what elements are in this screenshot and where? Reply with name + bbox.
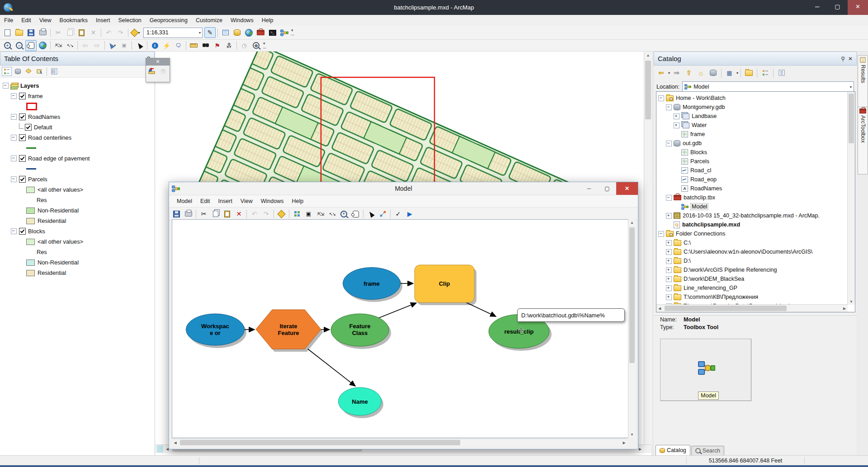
up-one-level-icon[interactable]: ⇧ — [683, 67, 694, 78]
tree-item-mxd[interactable]: Q batchclipsample.mxd — [658, 220, 855, 229]
close-icon[interactable]: ✕ — [848, 56, 853, 62]
tree-horizontal-scrollbar[interactable]: ◀ ▶ — [656, 304, 848, 312]
tree-item-out-gdb[interactable]: out.gdb — [658, 139, 855, 148]
redo-icon[interactable]: ↷ — [115, 27, 126, 38]
tree-item-parcels[interactable]: Parcels — [658, 157, 855, 166]
select-icon[interactable] — [365, 208, 377, 219]
collapse-icon[interactable] — [658, 95, 664, 101]
scroll-down-icon[interactable]: ▼ — [628, 431, 636, 438]
chevron-down-icon[interactable]: ▾ — [199, 31, 201, 35]
model-vertical-scrollbar[interactable]: ▲ ▼ — [628, 219, 636, 438]
select-elements-icon[interactable] — [134, 40, 145, 51]
tree-item-batchclip-tbx[interactable]: batchclip.tbx — [658, 193, 855, 202]
pan-icon[interactable] — [350, 208, 361, 219]
collapse-icon[interactable] — [3, 83, 9, 89]
delete-icon[interactable]: ✕ — [88, 27, 99, 38]
expand-icon[interactable] — [666, 276, 672, 282]
sublayer-row-default[interactable]: Default — [3, 122, 155, 132]
python-window-icon[interactable]: >_ — [267, 27, 278, 38]
layer-checkbox[interactable] — [19, 93, 26, 99]
layer-checkbox[interactable] — [19, 176, 26, 183]
expand-icon[interactable] — [666, 249, 672, 255]
find-route-icon[interactable]: ⚑ — [212, 40, 223, 51]
measure-icon[interactable] — [188, 40, 199, 51]
new-document-icon[interactable] — [2, 27, 13, 38]
collapse-icon[interactable] — [11, 156, 17, 161]
paste-icon[interactable] — [222, 208, 233, 219]
expand-icon[interactable] — [666, 285, 672, 291]
scroll-right-icon[interactable]: ▶ — [621, 439, 627, 446]
expand-icon[interactable] — [666, 294, 672, 300]
tree-item-road-eop[interactable]: Road_eop — [658, 175, 855, 184]
undo-icon[interactable]: ↶ — [249, 208, 260, 219]
maximize-icon[interactable]: ▢ — [827, 0, 848, 15]
redo-icon[interactable]: ↷ — [260, 208, 272, 219]
expand-icon[interactable] — [666, 267, 672, 273]
save-icon[interactable] — [171, 208, 182, 219]
layer-checkbox[interactable] — [19, 228, 26, 235]
layer-row-frame[interactable]: frame — [3, 91, 155, 101]
back-icon[interactable]: ⇐ — [656, 67, 667, 78]
delete-icon[interactable]: ✕ — [233, 208, 245, 219]
model-horizontal-scrollbar[interactable]: ◀ ▶ — [172, 439, 627, 446]
tree-item-screenshot[interactable]: 2016-10-03 15_40_32-batchclipsample.mxd … — [658, 211, 855, 220]
model-diagram-canvas[interactable]: Workspace or Iterate Feature Feature Cla… — [172, 219, 628, 438]
layer-checkbox[interactable] — [25, 124, 32, 131]
identify-icon[interactable]: i — [149, 40, 160, 51]
tree-item-road-cl[interactable]: Road_cl — [658, 166, 855, 175]
minimize-icon[interactable]: ─ — [580, 182, 598, 195]
scroll-up-icon[interactable]: ▲ — [644, 52, 652, 59]
collapse-icon[interactable] — [11, 93, 17, 99]
menu-view[interactable]: View — [35, 15, 56, 26]
open-folder-icon[interactable] — [14, 27, 25, 38]
layer-checkbox[interactable] — [19, 113, 26, 120]
pan-icon[interactable] — [25, 40, 37, 51]
layer-row-layers[interactable]: Layers — [3, 80, 155, 91]
menu-customize[interactable]: Customize — [192, 15, 226, 26]
expand-icon[interactable] — [666, 213, 672, 219]
tree-item-water[interactable]: Water — [658, 121, 855, 130]
diagram-properties-icon[interactable] — [291, 208, 302, 219]
menu-windows[interactable]: Windows — [226, 15, 258, 26]
collapse-icon[interactable] — [11, 135, 17, 141]
fixed-zoom-in-icon[interactable]: ⇱⇲ — [52, 40, 64, 51]
zoom-in-icon[interactable]: + — [2, 40, 13, 51]
scroll-down-icon[interactable]: ▼ — [848, 298, 855, 305]
back-dropdown-icon[interactable]: ▾ — [668, 71, 670, 75]
tree-item-blocks[interactable]: Blocks — [658, 148, 855, 157]
list-by-source-icon[interactable] — [13, 67, 23, 76]
layer-checkbox[interactable] — [19, 134, 26, 141]
table-of-contents-icon[interactable] — [220, 27, 231, 38]
scroll-thumb[interactable] — [645, 61, 651, 119]
expand-icon[interactable] — [674, 123, 679, 128]
toolbar-overflow-icon[interactable]: ▾─ — [263, 41, 266, 50]
zoom-out-icon[interactable]: − — [14, 40, 25, 51]
forward-icon[interactable]: ⇨ — [91, 40, 103, 51]
map-vertical-scrollbar[interactable]: ▲ — [644, 52, 652, 444]
tree-item-c-drive[interactable]: C:\ — [658, 238, 855, 247]
toc-options-icon[interactable] — [49, 67, 59, 76]
auto-layout-icon[interactable]: ▣ — [303, 208, 314, 219]
close-icon[interactable]: ✕ — [146, 58, 170, 66]
location-combobox[interactable]: Model ▾ — [682, 81, 854, 92]
cut-icon[interactable]: ✂ — [198, 208, 209, 219]
close-icon[interactable]: ✕ — [848, 0, 868, 15]
menu-edit[interactable]: Edit — [17, 15, 35, 26]
expand-icon[interactable] — [666, 240, 672, 246]
scroll-thumb[interactable] — [180, 440, 460, 445]
scroll-left-icon[interactable]: ◀ — [656, 305, 663, 312]
tree-item-frame[interactable]: frame — [658, 130, 855, 139]
menu-model[interactable]: Model — [173, 196, 196, 207]
hyperlink-icon[interactable]: ⚡ — [161, 40, 172, 51]
editor-toolbar-icon[interactable]: ✎ — [204, 27, 216, 38]
tree-item-roadnames[interactable]: A RoadNames — [658, 184, 855, 193]
back-icon[interactable]: ⇦ — [80, 40, 91, 51]
menu-bookmarks[interactable]: Bookmarks — [56, 15, 92, 26]
scroll-thumb[interactable] — [665, 306, 787, 311]
tree-item-landbase[interactable]: Landbase — [658, 112, 855, 121]
layer-row-parcels[interactable]: Parcels — [3, 174, 155, 184]
menu-edit[interactable]: Edit — [196, 196, 214, 207]
layer-checkbox[interactable] — [19, 155, 26, 162]
scale-combobox[interactable]: 1:16,331 ▾ — [143, 28, 203, 38]
tree-item-d-pipeline[interactable]: D:\work\ArcGIS Pipeline Referencing — [658, 265, 855, 274]
